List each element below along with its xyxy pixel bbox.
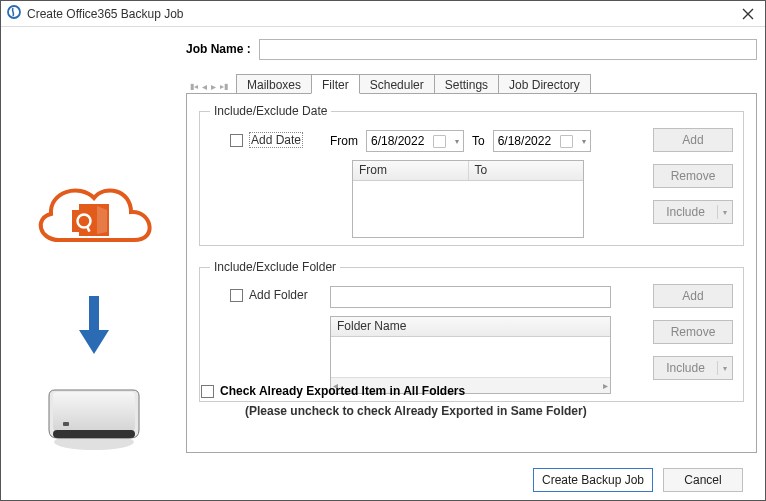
from-label: From bbox=[330, 134, 358, 148]
date-include-button[interactable]: Include ▾ bbox=[653, 200, 733, 224]
from-date-value: 6/18/2022 bbox=[371, 134, 424, 148]
job-name-label: Job Name : bbox=[186, 42, 251, 56]
office365-cloud-icon bbox=[19, 168, 169, 278]
chevron-down-icon: ▾ bbox=[455, 137, 459, 146]
chevron-down-icon: ▾ bbox=[718, 208, 732, 217]
tab-mailboxes[interactable]: Mailboxes bbox=[236, 74, 312, 94]
check-already-checkbox[interactable] bbox=[201, 385, 214, 398]
folder-col-name: Folder Name bbox=[331, 317, 610, 336]
tab-nav-first-icon[interactable]: ▮◂ bbox=[190, 83, 198, 91]
tab-nav-last-icon[interactable]: ▸▮ bbox=[220, 83, 228, 91]
to-date-value: 6/18/2022 bbox=[498, 134, 551, 148]
folder-include-button[interactable]: Include ▾ bbox=[653, 356, 733, 380]
check-already-label: Check Already Exported Item in All Folde… bbox=[220, 384, 465, 398]
scroll-right-icon: ▸ bbox=[603, 380, 608, 391]
job-name-row: Job Name : bbox=[186, 38, 757, 60]
tab-nav-next-icon[interactable]: ▸ bbox=[211, 82, 216, 92]
disk-icon bbox=[39, 374, 149, 454]
date-col-from: From bbox=[353, 161, 469, 180]
date-add-button[interactable]: Add bbox=[653, 128, 733, 152]
job-name-input[interactable] bbox=[259, 39, 757, 60]
tab-nav-prev-icon[interactable]: ◂ bbox=[202, 82, 207, 92]
to-date-input[interactable]: 6/18/2022 ▾ bbox=[493, 130, 591, 152]
content: Job Name : ▮◂ ◂ ▸ ▸▮ Mailboxes Filter Sc… bbox=[1, 28, 765, 500]
add-folder-label: Add Folder bbox=[249, 288, 308, 302]
date-table-body bbox=[353, 181, 583, 237]
folder-remove-button[interactable]: Remove bbox=[653, 320, 733, 344]
calendar-icon bbox=[433, 135, 446, 148]
main-pane: Job Name : ▮◂ ◂ ▸ ▸▮ Mailboxes Filter Sc… bbox=[186, 38, 757, 500]
svg-rect-5 bbox=[63, 422, 69, 426]
calendar-icon bbox=[560, 135, 573, 148]
folder-add-button[interactable]: Add bbox=[653, 284, 733, 308]
date-col-to: To bbox=[469, 161, 584, 180]
tab-body-filter: Include/Exclude Date Add Date From 6/18/… bbox=[186, 93, 757, 453]
tab-scheduler[interactable]: Scheduler bbox=[359, 74, 435, 94]
svg-point-0 bbox=[8, 6, 20, 18]
tab-job-directory[interactable]: Job Directory bbox=[498, 74, 591, 94]
group-date-legend: Include/Exclude Date bbox=[210, 104, 331, 118]
svg-rect-7 bbox=[53, 430, 135, 438]
group-include-exclude-date: Include/Exclude Date Add Date From 6/18/… bbox=[199, 104, 744, 246]
illustration-pane bbox=[1, 48, 186, 500]
cancel-button[interactable]: Cancel bbox=[663, 468, 743, 492]
check-already-row: Check Already Exported Item in All Folde… bbox=[201, 384, 465, 398]
app-icon bbox=[7, 5, 21, 22]
close-button[interactable] bbox=[737, 3, 759, 25]
group-folder-legend: Include/Exclude Folder bbox=[210, 260, 340, 274]
tab-filter[interactable]: Filter bbox=[311, 74, 360, 94]
date-table: From To bbox=[352, 160, 584, 238]
tab-strip: ▮◂ ◂ ▸ ▸▮ Mailboxes Filter Scheduler Set… bbox=[186, 74, 757, 94]
add-date-label: Add Date bbox=[249, 132, 303, 148]
date-remove-button[interactable]: Remove bbox=[653, 164, 733, 188]
add-folder-checkbox[interactable] bbox=[230, 289, 243, 302]
chevron-down-icon: ▾ bbox=[718, 364, 732, 373]
dialog-buttons: Create Backup Job Cancel bbox=[533, 468, 743, 492]
create-backup-job-button[interactable]: Create Backup Job bbox=[533, 468, 653, 492]
window-title: Create Office365 Backup Job bbox=[27, 7, 184, 21]
add-date-checkbox[interactable] bbox=[230, 134, 243, 147]
group-include-exclude-folder: Include/Exclude Folder Add Folder Folder… bbox=[199, 260, 744, 402]
window: Create Office365 Backup Job bbox=[0, 0, 766, 501]
from-date-input[interactable]: 6/18/2022 ▾ bbox=[366, 130, 464, 152]
check-already-sub: (Please uncheck to check Already Exporte… bbox=[245, 404, 587, 418]
titlebar: Create Office365 Backup Job bbox=[1, 1, 765, 27]
to-label: To bbox=[472, 134, 485, 148]
chevron-down-icon: ▾ bbox=[582, 137, 586, 146]
folder-input[interactable] bbox=[330, 286, 611, 308]
arrow-down-icon bbox=[77, 296, 111, 356]
tab-settings[interactable]: Settings bbox=[434, 74, 499, 94]
folder-table: Folder Name ◂ ▸ bbox=[330, 316, 611, 394]
